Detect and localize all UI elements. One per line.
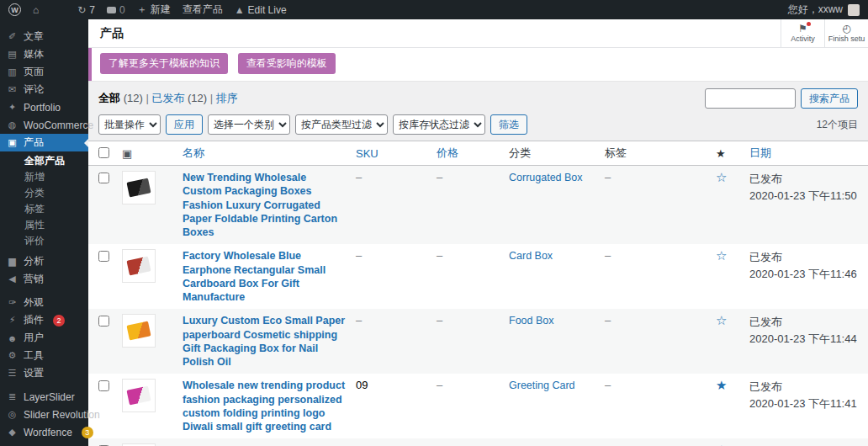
stock-status-filter-select[interactable]: 按库存状态过滤 [393,114,485,135]
status-filter-links: 全部 (12) | 已发布 (12) | 排序 [98,91,238,106]
product-image [126,386,151,406]
featured-star-outline-icon[interactable]: ☆ [716,248,727,263]
column-header-name[interactable]: 名称 [177,141,351,166]
panel-tab-activity[interactable]: ⚑Activity [781,19,824,47]
product-thumbnail[interactable] [122,171,156,204]
product-title-link[interactable]: Luxury Custom Eco Small Paper paperboard… [183,314,346,369]
filter-published-link[interactable]: 已发布 [151,92,184,104]
product-title-link[interactable]: Wholesale new trending product fashion p… [183,379,346,433]
publish-date: 2020-01-23 下午11:41 [749,396,863,412]
category-filter-select[interactable]: 选择一个类别 [208,114,290,135]
avatar[interactable] [848,4,860,16]
filter-published-count: (12) [188,92,207,104]
sidebar-item-portfolio[interactable]: ✦Portfolio [0,98,88,116]
select-all-checkbox[interactable] [98,147,109,158]
sidebar-item-label: 产品 [24,135,44,150]
sidebar-item-文章[interactable]: ✐文章 [0,28,88,45]
sidebar-item-label: 设置 [24,366,44,380]
portfolio-icon: ✦ [7,102,18,113]
sidebar-item-wordfence[interactable]: ◆Wordfence3 [0,423,88,441]
submenu-item-属性[interactable]: 属性 [0,217,88,233]
sidebar-item-插件[interactable]: ⚡插件2 [0,311,88,329]
sidebar-item-slider-revolution[interactable]: ◎Slider Revolution [0,406,88,423]
date-cell: 已发布2020-01-23 下午11:46 [744,244,868,309]
sidebar-item-营销[interactable]: ◀营销 [0,270,88,288]
submenu-item-分类[interactable]: 分类 [0,185,88,201]
product-price: – [431,244,504,309]
home-icon[interactable]: ⌂ [33,4,39,16]
product-thumbnail[interactable] [122,379,156,412]
new-content-menu[interactable]: ＋ 新建 [137,3,171,17]
sidebar-item-设置[interactable]: ☰设置 [0,364,88,382]
tools-icon: ⚙ [7,350,18,361]
pages-icon: ▥ [7,66,18,77]
submenu-item-全部产品[interactable]: 全部产品 [0,153,88,169]
sidebar-item-评论[interactable]: ✉评论 [0,81,88,98]
product-thumbnail[interactable] [122,314,156,348]
row-select-checkbox[interactable] [98,380,109,391]
product-category-link[interactable]: Food Box [509,315,554,327]
sidebar-item-页面[interactable]: ▥页面 [0,63,88,81]
learn-more-templates-button[interactable]: 了解更多关于模板的知识 [100,53,228,74]
product-row: Luxury Custom Eco Small Paper paperboard… [88,309,868,374]
items-count: 12个项目 [817,118,858,132]
apply-button[interactable]: 应用 [166,114,203,135]
column-header-price[interactable]: 价格 [431,141,504,166]
publish-status: 已发布 [749,379,863,396]
submenu-item-标签[interactable]: 标签 [0,201,88,217]
sidebar-item-label: 工具 [24,348,44,363]
product-category-link[interactable]: Card Box [509,250,553,262]
search-products-button[interactable]: 搜索产品 [801,88,858,109]
featured-star-outline-icon[interactable]: ☆ [716,170,727,184]
sidebar-item-layerslider[interactable]: ≣LayerSlider [0,388,88,406]
product-title-link[interactable]: Factory Wholesale Blue Earphone Rectangu… [183,249,346,304]
row-select-checkbox[interactable] [98,316,109,327]
panel-tab-finish-setu[interactable]: ◴Finish setu [824,19,868,47]
products-icon: ▣ [7,137,18,148]
sidebar-item-产品[interactable]: ▣产品 [0,134,88,151]
sidebar-item-分析[interactable]: ▆分析 [0,252,88,270]
view-affected-templates-button[interactable]: 查看受影响的模板 [238,53,336,74]
sidebar-item-woocommerce[interactable]: ◍WooCommerce [0,116,88,134]
featured-star-icon[interactable]: ★ [716,378,727,392]
publish-date: 2020-01-23 下午11:46 [749,266,863,283]
sidebar-item-工具[interactable]: ⚙工具 [0,347,88,364]
comments-menu[interactable]: 0 [107,4,125,16]
edit-live-menu[interactable]: ▲ Edit Live [235,4,287,16]
appearance-icon: ✑ [7,297,18,308]
publish-status: 已发布 [749,314,863,331]
filter-all-link[interactable]: 全部 [98,92,120,104]
row-select-checkbox[interactable] [98,173,109,183]
product-tags: – [600,244,711,309]
product-sku: 08 [351,438,431,446]
sidebar-item-外观[interactable]: ✑外观 [0,294,88,311]
date-cell: 已发布2020-01-23 下午11:41 [744,374,868,438]
updates-menu[interactable]: ↻ 7 [77,4,95,16]
sidebar-item-label: 媒体 [24,47,44,61]
featured-star-outline-icon[interactable]: ☆ [716,313,727,327]
bulk-actions-select[interactable]: 批量操作 [98,114,161,135]
view-product-link[interactable]: 查看产品 [183,3,223,17]
column-header-date[interactable]: 日期 [744,141,868,166]
product-category-link[interactable]: Corrugated Box [509,172,583,183]
sort-link[interactable]: 排序 [216,92,238,104]
column-header-sku[interactable]: SKU [351,141,431,166]
filter-button[interactable]: 筛选 [490,114,527,135]
product-tags: – [600,166,711,245]
product-category-link[interactable]: Greeting Card [509,380,575,391]
product-price: – [431,374,504,438]
submenu-item-评价[interactable]: 评价 [0,233,88,249]
sidebar-item-媒体[interactable]: ▤媒体 [0,45,88,63]
product-title-link[interactable]: New Trending Wholesale Custom Packaging … [183,171,346,239]
sidebar-item-用户[interactable]: ☻用户 [0,329,88,347]
updates-icon: ↻ [77,4,86,16]
submenu-item-新增[interactable]: 新增 [0,169,88,185]
search-input[interactable] [705,88,796,109]
product-thumbnail[interactable] [122,249,156,283]
product-price: – [431,309,504,374]
user-greeting[interactable]: 您好，xxww [788,3,843,17]
row-select-checkbox[interactable] [98,251,109,262]
featured-star-outline-icon[interactable]: ☆ [716,443,727,446]
wordpress-logo-icon[interactable]: W [8,3,21,16]
product-type-filter-select[interactable]: 按产品类型过滤 [295,114,388,135]
